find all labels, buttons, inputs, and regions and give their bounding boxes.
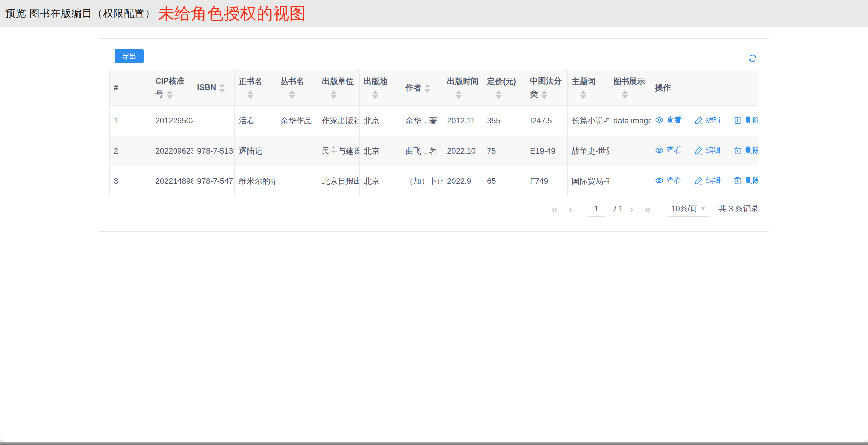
sort-caret-icon[interactable] [167, 90, 173, 99]
pencil-icon [694, 116, 703, 124]
delete-link[interactable]: 删除 [734, 115, 758, 125]
col-header-price[interactable]: 定价(元) [483, 70, 526, 106]
cell-cip: 202209623 [151, 136, 193, 166]
cell-clc: E19-49 [526, 136, 567, 166]
first-page-button[interactable]: « [552, 204, 558, 214]
export-button[interactable]: 导出 [115, 49, 144, 63]
cell-title: 维米尔的帽 [235, 166, 276, 196]
cell-display [609, 166, 651, 196]
cell-publisher: 作家出版社 [318, 106, 360, 136]
cell-clc: F749 [526, 166, 567, 196]
cell-price: 65 [483, 166, 526, 196]
cell-author: 余华，著 [401, 106, 443, 136]
delete-link[interactable]: 删除 [734, 145, 758, 155]
cell-date: 2022.10 [443, 136, 483, 166]
cell-author: （加）卜正 [401, 166, 443, 196]
cell-actions: 查看 编辑 删除 [651, 106, 758, 136]
eye-icon [655, 146, 663, 154]
cell-index: 1 [110, 106, 151, 136]
trash-icon [734, 176, 742, 185]
pencil-icon [694, 146, 703, 154]
sort-caret-icon[interactable] [425, 84, 430, 93]
cell-subject: 国际贸易-商 [567, 166, 609, 196]
col-header-isbn[interactable]: ISBN [193, 70, 235, 106]
col-header-clc[interactable]: 中图法分 类 [526, 70, 567, 106]
cell-series [276, 136, 318, 166]
sort-caret-icon[interactable] [456, 90, 462, 99]
sort-caret-icon[interactable] [331, 90, 337, 99]
cell-series [276, 166, 318, 196]
cell-date: 2022.9 [443, 166, 483, 196]
window-bottom-edge [0, 442, 868, 445]
col-header-date[interactable]: 出版时间 [443, 70, 483, 106]
col-header-place[interactable]: 出版地 [360, 70, 401, 106]
cell-place: 北京 [360, 166, 401, 196]
cell-clc: I247.5 [526, 106, 567, 136]
col-header-publisher[interactable]: 出版单位 [318, 70, 360, 106]
sort-caret-icon[interactable] [219, 84, 225, 93]
sort-caret-icon[interactable] [496, 90, 502, 99]
last-page-button[interactable]: » [645, 204, 651, 214]
next-page-button[interactable]: › [630, 204, 633, 214]
col-header-series[interactable]: 丛书名 [276, 70, 318, 106]
cell-index: 2 [110, 136, 151, 166]
prev-page-button[interactable]: ‹ [569, 204, 572, 214]
eye-icon [655, 176, 663, 185]
col-header-author[interactable]: 作者 [401, 70, 443, 106]
sort-caret-icon[interactable] [622, 90, 628, 99]
view-link[interactable]: 查看 [655, 145, 682, 155]
sort-caret-icon[interactable] [372, 90, 378, 99]
cell-cip: 201226502 [151, 106, 193, 136]
cell-isbn: 978-7-5477 [193, 166, 235, 196]
cell-isbn [193, 106, 235, 136]
table-row: 2 202209623 978-7-5139 逐陆记 民主与建设 北京 曲飞，著… [110, 136, 758, 166]
view-link[interactable]: 查看 [655, 175, 682, 185]
cell-publisher: 民主与建设 [318, 136, 360, 166]
dropdown-caret-icon [701, 207, 706, 210]
cell-cip: 202214898 [151, 166, 193, 196]
refresh-icon[interactable] [747, 53, 758, 64]
cell-price: 75 [483, 136, 526, 166]
cell-place: 北京 [360, 106, 401, 136]
cell-subject: 战争史-世界 [567, 136, 609, 166]
cell-actions: 查看 编辑 删除 [651, 136, 758, 166]
col-header-cip[interactable]: CIP核准 号 [151, 70, 193, 106]
pencil-icon [694, 176, 703, 185]
col-header-title[interactable]: 正书名 [235, 70, 276, 106]
pagination: « ‹ / 1 › » 10条/页 共 3 条记录 [546, 200, 759, 217]
trash-icon [734, 116, 742, 124]
delete-link[interactable]: 删除 [734, 175, 758, 185]
sort-caret-icon[interactable] [541, 90, 547, 99]
cell-actions: 查看 编辑 删除 [651, 166, 758, 196]
edit-link[interactable]: 编辑 [694, 145, 721, 155]
cell-author: 曲飞，著 [401, 136, 443, 166]
table-card: 导出 # CIP核准 号 ISBN [98, 38, 770, 232]
eye-icon [655, 116, 663, 124]
view-link[interactable]: 查看 [655, 115, 682, 125]
page-title: 预览 图书在版编目（权限配置） [5, 6, 155, 20]
books-table: # CIP核准 号 ISBN 正书名 丛书名 [109, 69, 758, 196]
sort-caret-icon[interactable] [289, 90, 295, 99]
page-size-select[interactable]: 10条/页 [666, 201, 710, 216]
page-number-input[interactable] [587, 201, 606, 216]
table-row: 3 202214898 978-7-5477 维米尔的帽 北京日报出 北京 （加… [110, 166, 758, 196]
page-size-label: 10条/页 [672, 204, 697, 214]
col-header-index: # [110, 70, 151, 106]
col-header-subject[interactable]: 主题词 [567, 70, 609, 106]
edit-link[interactable]: 编辑 [694, 115, 721, 125]
cell-price: 355 [483, 106, 526, 136]
total-records-label: 共 3 条记录 [718, 204, 759, 214]
unauthorized-note: 未给角色授权的视图 [158, 5, 306, 22]
cell-series: 余华作品 [276, 106, 318, 136]
cell-display: data:image [609, 106, 651, 136]
cell-place: 北京 [360, 136, 401, 166]
table-row: 1 201226502 活着 余华作品 作家出版社 北京 余华，著 2012.1… [110, 106, 758, 136]
sort-caret-icon[interactable] [580, 90, 586, 99]
sort-caret-icon[interactable] [247, 90, 253, 99]
edit-link[interactable]: 编辑 [694, 175, 721, 185]
table-header-row: # CIP核准 号 ISBN 正书名 丛书名 [110, 70, 758, 106]
trash-icon [734, 146, 742, 154]
cell-subject: 长篇小说-中 [567, 106, 609, 136]
col-header-display[interactable]: 图书展示 [609, 70, 651, 106]
cell-publisher: 北京日报出 [318, 166, 360, 196]
